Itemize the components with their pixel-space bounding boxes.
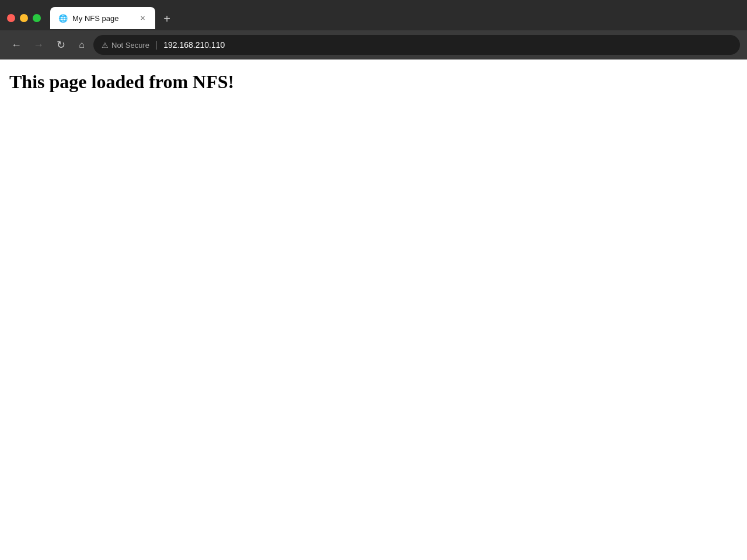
reload-button[interactable]: ↻ — [51, 36, 70, 54]
tab-close-button[interactable]: ✕ — [138, 13, 147, 23]
traffic-lights — [7, 14, 41, 22]
tab-title: My NFS page — [72, 14, 133, 23]
address-bar[interactable]: ⚠ Not Secure | 192.168.210.110 — [93, 35, 740, 55]
minimize-window-button[interactable] — [20, 14, 28, 22]
page-heading: This page loaded from NFS! — [9, 71, 738, 93]
close-window-button[interactable] — [7, 14, 15, 22]
warning-icon: ⚠ — [102, 41, 109, 50]
tabs-area: 🌐 My NFS page ✕ + — [50, 7, 740, 29]
forward-button[interactable]: → — [29, 36, 48, 54]
not-secure-label: Not Secure — [111, 41, 149, 50]
nav-bar: ← → ↻ ⌂ ⚠ Not Secure | 192.168.210.110 — [0, 30, 747, 60]
home-button[interactable]: ⌂ — [74, 37, 90, 53]
new-tab-button[interactable]: + — [159, 10, 175, 27]
back-button[interactable]: ← — [7, 36, 26, 54]
title-bar: 🌐 My NFS page ✕ + — [0, 0, 747, 30]
address-url: 192.168.210.110 — [163, 40, 732, 50]
address-separator: | — [155, 40, 158, 50]
maximize-window-button[interactable] — [33, 14, 41, 22]
tab-favicon-icon: 🌐 — [58, 13, 68, 23]
active-tab[interactable]: 🌐 My NFS page ✕ — [50, 7, 155, 29]
security-indicator: ⚠ Not Secure — [102, 41, 149, 50]
browser-chrome: 🌐 My NFS page ✕ + ← → ↻ ⌂ ⚠ Not Secure |… — [0, 0, 747, 60]
page-content: This page loaded from NFS! — [0, 60, 747, 104]
